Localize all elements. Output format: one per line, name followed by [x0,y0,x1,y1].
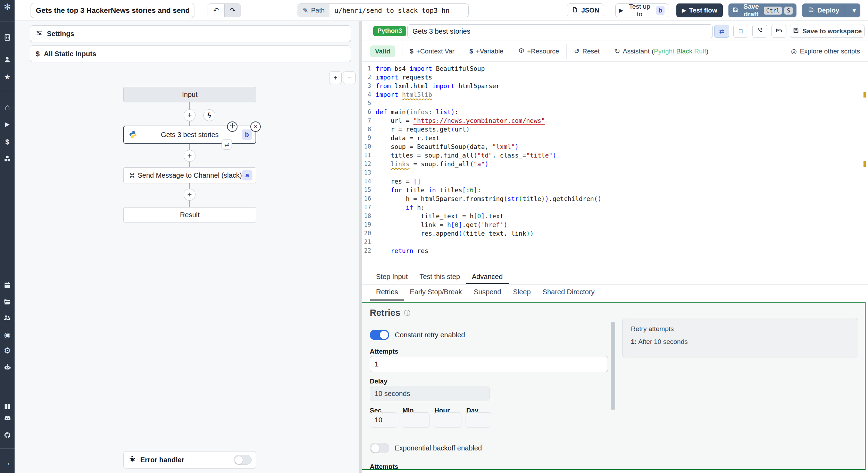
flow-canvas[interactable]: Settings $ All Static Inputs + − Input +… [15,21,359,473]
sidebar-item-resources[interactable] [0,153,15,164]
explore-other-scripts-button[interactable]: ◎ Explore other scripts [791,47,860,55]
zoom-in-button[interactable]: + [329,71,342,84]
hour-input[interactable] [434,412,461,428]
code-line[interactable]: 5 [362,99,868,108]
code-editor[interactable]: 1from bs4 import BeautifulSoup2import re… [362,62,868,270]
suspend-button[interactable] [752,25,767,38]
early-stop-button[interactable]: □ [733,25,748,38]
sidebar-item-folders[interactable] [0,296,15,308]
sidebar-item-expand[interactable]: → [0,457,15,468]
add-step-button[interactable]: + [184,150,195,162]
code-line[interactable]: 4import html5lib [362,90,868,99]
attempts-input[interactable] [370,356,608,372]
deploy-dropdown-button[interactable]: ▾ [848,7,860,14]
flow-node-result[interactable]: Result [123,207,256,222]
sidebar-item-schedules[interactable] [0,279,15,291]
sidebar-item-github[interactable] [0,429,15,441]
redo-button[interactable]: ↷ [224,4,241,17]
code-line[interactable]: 13 [362,168,868,177]
reset-button[interactable]: ↺ Reset [567,45,607,58]
subtab-suspend[interactable]: Suspend [468,285,507,301]
pane-splitter[interactable] [359,21,362,473]
info-icon: ⓘ [404,309,410,317]
sidebar-item-home[interactable]: ⌂ [0,101,15,113]
sidebar-item-user[interactable] [0,54,15,66]
sidebar-item-workspace[interactable] [0,32,15,43]
delete-step-button[interactable]: × [250,121,261,132]
sidebar-item-docs[interactable] [0,401,15,413]
code-line[interactable]: 17 if h: [362,203,868,212]
sleep-button[interactable] [771,25,786,38]
code-line[interactable]: 15 for title in titles[:6]: [362,186,868,194]
code-line[interactable]: 7 url = "https://news.ycombinator.com/ne… [362,116,868,125]
add-step-button[interactable]: + [184,189,195,201]
code-line[interactable]: 19 link = h[0].get('href') [362,220,868,229]
constant-retry-toggle[interactable] [370,330,389,340]
flow-title-input[interactable] [31,3,194,18]
subtab-shared-directory[interactable]: Shared Directory [537,285,601,301]
toggle-knob [380,331,388,339]
sidebar-item-settings[interactable]: ⚙ [0,345,15,356]
subtab-sleep[interactable]: Sleep [507,285,536,301]
sidebar-item-favorites[interactable]: ★ [0,71,15,83]
code-line[interactable]: 14 res = [] [362,177,868,186]
code-line[interactable]: 6def main(infos: list): [362,108,868,116]
path-input[interactable] [329,4,468,17]
code-line[interactable]: 9 data = r.text [362,134,868,142]
error-handler-toggle[interactable] [234,455,252,465]
code-line[interactable]: 20 res.append((title_text, link)) [362,229,868,238]
code-line[interactable]: 2import requests [362,73,868,82]
move-step-button[interactable] [227,121,237,132]
min-input[interactable] [402,412,429,428]
code-line[interactable]: 21 [362,238,868,246]
code-line[interactable]: 8 r = requests.get(url) [362,125,868,134]
sidebar-item-variables[interactable]: $ [0,136,15,147]
code-line[interactable]: 18 title_text = h[0].text [362,212,868,220]
exponential-backoff-toggle[interactable] [370,443,389,453]
code-line[interactable]: 22 return res [362,246,868,255]
subtab-retries[interactable]: Retries [370,285,404,301]
assistant-button[interactable]: ↻ Assistant (Pyright Black Ruff) [607,45,716,58]
sidebar-item-ai[interactable] [0,361,15,373]
undo-button[interactable]: ↶ [208,4,224,17]
add-resource-button[interactable]: +Resource [511,45,566,58]
code-line[interactable]: 1from bs4 import BeautifulSoup [362,64,868,73]
flow-settings-bar[interactable]: Settings [30,25,351,42]
error-handler-bar[interactable]: Error handler [123,451,256,468]
zoom-out-button[interactable]: − [343,71,356,84]
tab-test-this-step[interactable]: Test this step [414,270,466,284]
test-up-to-button[interactable]: ▶ Test up to b [615,3,668,17]
retries-toggle-button[interactable]: ⇄ [714,25,729,38]
code-line[interactable]: 10 soup = BeautifulSoup(data, "lxml") [362,142,868,151]
delay-input[interactable] [370,386,490,401]
flow-node-input[interactable]: Input [123,87,256,102]
sec-input[interactable] [370,412,397,428]
sidebar-item-logo[interactable]: ✻ [0,1,15,13]
save-to-workspace-button[interactable]: Save to workspace [790,25,865,38]
step-title-input[interactable] [407,24,713,38]
code-line[interactable]: 3from lxml.html import html5parser [362,82,868,90]
add-context-var-button[interactable]: $ +Context Var [402,45,462,58]
sidebar-item-runs[interactable]: ▶ [0,118,15,130]
code-line[interactable]: 11 titles = soup.find_all("td", class_="… [362,151,868,160]
add-variable-button[interactable]: $ +Variable [462,45,511,58]
deploy-button[interactable]: Deploy [802,4,845,17]
trigger-lightning-button[interactable]: ϟ [203,109,215,121]
sidebar-item-groups[interactable] [0,312,15,324]
code-line[interactable]: 16 h = html5parser.fromstring(str(title)… [362,194,868,203]
sidebar-item-discord[interactable] [0,413,15,424]
subtab-early-stop[interactable]: Early Stop/Break [404,285,468,301]
tab-step-input[interactable]: Step Input [370,270,414,284]
tab-advanced[interactable]: Advanced [466,270,509,284]
flow-static-inputs-bar[interactable]: $ All Static Inputs [30,45,351,62]
step-retry-indicator[interactable]: ⇄ [222,139,232,150]
sidebar-item-audit-logs[interactable]: ◉ [0,329,15,340]
json-button[interactable]: JSON [567,3,604,17]
test-flow-button[interactable]: ▶ Test flow [676,3,723,17]
code-line[interactable]: 12 links = soup.find_all("a") [362,160,868,168]
add-step-button[interactable]: + [184,109,195,121]
day-input[interactable] [466,412,491,428]
retries-scrollbar[interactable] [611,322,615,410]
flow-node-step-a[interactable]: Send Message to Channel (slack) a [123,167,256,183]
save-draft-button[interactable]: Save draft Ctrl S [728,3,796,17]
